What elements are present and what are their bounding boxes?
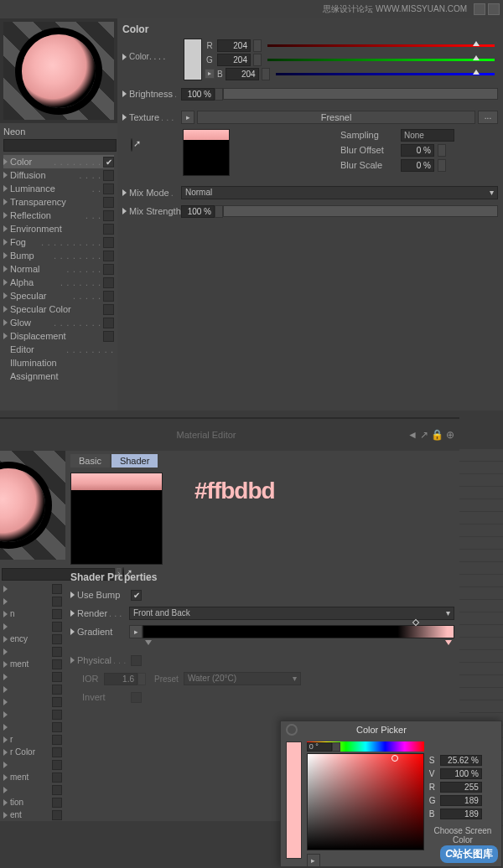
expand-icon[interactable] <box>3 239 8 245</box>
expand-icon[interactable] <box>122 54 127 60</box>
channel-checkbox[interactable] <box>103 237 114 248</box>
channel-transparency[interactable]: Transparency <box>3 195 114 209</box>
channel2-row-4[interactable]: ency <box>2 633 64 645</box>
gradient-stop-pink[interactable] <box>445 640 452 645</box>
channel-luminance[interactable]: Luminance. . <box>3 182 114 195</box>
channel-checkbox[interactable] <box>103 304 114 315</box>
channel-checkbox[interactable] <box>103 251 114 261</box>
expand-icon[interactable] <box>3 319 8 326</box>
channel2-checkbox[interactable] <box>52 772 62 783</box>
channel-illumination[interactable]: Illumination <box>3 356 114 369</box>
channel2-checkbox[interactable] <box>52 685 62 695</box>
channel2-row-14[interactable] <box>2 758 64 771</box>
channel-displacement[interactable]: Displacement <box>3 329 114 343</box>
expand-icon[interactable] <box>3 172 8 178</box>
channel2-checkbox[interactable] <box>52 647 62 657</box>
expand-icon[interactable] <box>3 212 8 219</box>
pointer-left-icon[interactable]: ◄ <box>407 429 417 441</box>
channel2-row-7[interactable] <box>2 670 64 683</box>
channel2-row-15[interactable]: ment <box>2 771 64 783</box>
channel-checkbox[interactable] <box>103 224 114 235</box>
b-expand-button[interactable]: ▸ <box>205 69 215 79</box>
material-preview[interactable] <box>0 18 117 123</box>
channel2-row-11[interactable] <box>2 721 64 733</box>
channel-reflection[interactable]: Reflection. . . <box>3 209 114 222</box>
channel-checkbox[interactable] <box>103 264 114 275</box>
channel2-row-2[interactable]: n <box>2 607 64 620</box>
channel-bump[interactable]: Bump. . . . . . . . <box>3 249 114 262</box>
g-spinner[interactable] <box>253 54 262 66</box>
channel2-row-17[interactable]: tion <box>2 796 64 809</box>
blur-offset-input[interactable]: 0 % <box>401 144 434 157</box>
channel2-checkbox[interactable] <box>52 798 62 808</box>
channel2-checkbox[interactable] <box>52 810 62 820</box>
channel-checkbox[interactable] <box>103 318 114 328</box>
expand-icon[interactable] <box>3 266 8 272</box>
cp-g-input[interactable]: 189 <box>440 795 482 806</box>
expand-icon[interactable] <box>3 225 8 232</box>
sv-cursor[interactable] <box>392 755 398 762</box>
expand-icon[interactable] <box>3 279 8 286</box>
channel-specular-color[interactable]: Specular Color <box>3 302 114 316</box>
channel-assignment[interactable]: Assignment <box>3 369 114 383</box>
texture-name-field[interactable]: Fresnel <box>197 111 475 124</box>
r-input[interactable]: 204 <box>217 39 251 52</box>
expand-icon[interactable] <box>3 199 8 205</box>
tab-basic[interactable]: Basic <box>70 454 110 468</box>
expand-icon[interactable] <box>3 333 8 339</box>
channel2-row-3[interactable] <box>2 620 64 633</box>
hue-input[interactable]: 0 ° <box>307 742 332 752</box>
usebump-checkbox[interactable] <box>131 590 142 601</box>
channel2-checkbox[interactable] <box>52 697 62 707</box>
channel2-row-0[interactable] <box>2 582 64 595</box>
color-swatch[interactable] <box>184 39 202 80</box>
brightness-spinner[interactable] <box>215 88 223 101</box>
channel-checkbox[interactable] <box>103 170 114 181</box>
blur-scale-input[interactable]: 0 % <box>401 159 434 172</box>
gradient-stop-black[interactable] <box>145 640 152 645</box>
channel2-checkbox[interactable] <box>52 672 62 682</box>
texture-browse-button[interactable]: ... <box>478 111 498 124</box>
channel2-row-10[interactable] <box>2 708 64 721</box>
g-input[interactable]: 204 <box>217 54 251 66</box>
expand-icon[interactable] <box>3 252 8 259</box>
b-slider[interactable] <box>276 73 495 75</box>
channel2-checkbox[interactable] <box>52 747 62 757</box>
expand-icon[interactable] <box>3 292 8 299</box>
mixstrength-input[interactable]: 100 % <box>181 205 215 218</box>
window-icon-1[interactable] <box>474 3 485 15</box>
r-slider[interactable] <box>267 44 495 47</box>
gradient-menu-button[interactable]: ▸ <box>129 625 143 638</box>
channel2-checkbox[interactable] <box>52 584 62 594</box>
channel2-checkbox[interactable] <box>52 722 62 732</box>
physical-checkbox[interactable] <box>131 655 142 666</box>
channel2-checkbox[interactable] <box>52 735 62 745</box>
channel-checkbox[interactable] <box>103 277 114 288</box>
channel2-row-6[interactable]: ment <box>2 658 64 670</box>
channel2-checkbox[interactable] <box>52 622 62 632</box>
channel-fog[interactable]: Fog. . . . . . . . . . <box>3 235 114 249</box>
channel-environment[interactable]: Environment <box>3 222 114 235</box>
cp-b-input[interactable]: 189 <box>440 809 482 819</box>
expand-icon[interactable] <box>122 189 127 196</box>
channel-editor[interactable]: Editor. . . . . . . . <box>3 343 114 356</box>
edit-icon[interactable] <box>131 138 132 152</box>
channel2-checkbox[interactable] <box>52 659 62 669</box>
channel2-checkbox[interactable] <box>52 634 62 644</box>
channel-checkbox[interactable] <box>103 157 114 168</box>
channel-checkbox[interactable] <box>103 291 114 302</box>
sv-picker-field[interactable] <box>307 753 424 850</box>
pointer-right-icon[interactable]: ↗ <box>420 429 428 441</box>
r-spinner[interactable] <box>253 39 262 52</box>
channel2-checkbox[interactable] <box>52 710 62 720</box>
expand-icon[interactable] <box>122 208 127 214</box>
g-slider[interactable] <box>267 59 495 61</box>
texture-menu-button[interactable]: ▸ <box>181 111 194 124</box>
channel-checkbox[interactable] <box>103 197 114 208</box>
channel2-row-1[interactable] <box>2 595 64 607</box>
window-icon-2[interactable] <box>488 3 500 15</box>
channel2-checkbox[interactable] <box>52 760 62 770</box>
expand-icon[interactable] <box>122 90 127 97</box>
channel-color[interactable]: Color. . . . . . . . <box>3 155 114 168</box>
channel-glow[interactable]: Glow. . . . . . . . <box>3 316 114 329</box>
